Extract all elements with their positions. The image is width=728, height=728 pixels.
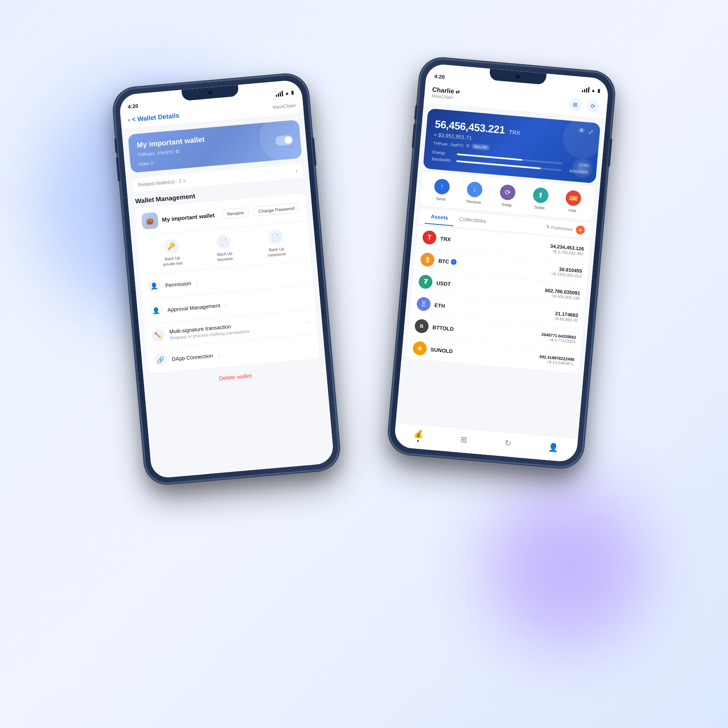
copy-icon[interactable]: ⧉	[176, 148, 180, 154]
volume-up-right[interactable]	[414, 105, 418, 120]
tab-assets[interactable]: Assets	[425, 209, 455, 226]
phone-right: 4:20 ▲ ▮ C	[387, 57, 616, 469]
hide-balance-icon[interactable]: 👁	[578, 127, 585, 135]
permission-icon: 👤	[147, 279, 161, 293]
non-hd-badge: Non-HD	[471, 143, 490, 150]
right-screen-content: Charlie ⇄ MainChain ⊞ ⟳ 👁 ⤢	[394, 81, 607, 463]
vote-icon: 🎫	[565, 190, 582, 206]
add-asset-button[interactable]: +	[576, 225, 585, 235]
dapp-label: DApp Connection	[171, 352, 213, 362]
nav-history[interactable]: ↻	[504, 438, 512, 448]
send-button[interactable]: ↑ Send	[433, 178, 451, 202]
wallet-toggle[interactable]	[275, 135, 294, 146]
stake-button[interactable]: ⬆ Stake	[531, 187, 549, 210]
backup-private-key[interactable]: 🔑 Back Upprivate key	[161, 238, 183, 267]
preference-sort-icon: ⇅	[546, 224, 550, 230]
addr-copy-icon[interactable]: ⧉	[466, 143, 470, 148]
energy-label: Energy	[432, 150, 455, 156]
rename-button[interactable]: Rename	[222, 207, 250, 220]
related-wallets-text: Related Wallet(s) : 2 >	[138, 178, 186, 188]
send-label: Send	[436, 196, 446, 201]
user-switch-icon[interactable]: ⇄	[455, 89, 460, 95]
back-button[interactable]: ‹ < Wallet Details	[128, 112, 180, 124]
volume-down-right[interactable]	[412, 124, 416, 148]
backup-mnemonic-icon: 📄	[268, 229, 284, 245]
sun-amounts: 692.418878222498 ≈$ 13.5483871	[539, 354, 575, 366]
battery-icon-left: ▮	[291, 90, 294, 96]
receive-label: Receive	[466, 199, 481, 205]
signal-bar-3	[279, 92, 281, 97]
sun-info: SUNOLD	[430, 346, 535, 362]
volume-up-button[interactable]	[114, 138, 118, 153]
trx-logo: T	[422, 230, 437, 245]
receive-button[interactable]: ↓ Receive	[466, 181, 483, 205]
wallet-switch-button[interactable]: ⟳	[586, 99, 600, 113]
right-phone-screen: 4:20 ▲ ▮ C	[394, 63, 609, 463]
approval-icon: 👤	[149, 304, 163, 318]
balance-address: THPwer...5wtfYC	[433, 141, 464, 148]
volume-down-button[interactable]	[116, 157, 121, 181]
eth-name: ETH	[434, 302, 551, 318]
btt-info: BTTOLD	[432, 324, 538, 339]
toggle-knob	[284, 136, 292, 144]
r-signal-bar-3	[586, 88, 588, 93]
wallet-card: My important wallet THPvaU...Fhn5YC ⧉ In…	[128, 120, 302, 173]
stake-icon: ⬆	[532, 187, 549, 203]
r-signal-bar-4	[588, 87, 590, 93]
status-time-right: 4:20	[434, 73, 445, 80]
nav-profile[interactable]: 👤	[548, 442, 559, 452]
wallet-name-text: My important wallet	[162, 212, 218, 223]
wifi-icon-right: ▲	[591, 87, 596, 93]
trx-logo-watermark: ◈	[571, 157, 593, 179]
balance-card: 👁 ⤢ 56,456,453.221 TRX ≈ $3,951,951.71 T…	[423, 108, 601, 184]
multisig-chevron: ›	[308, 319, 310, 325]
user-info: Charlie ⇄ MainChain	[432, 86, 460, 100]
left-phone-screen: 4:20 ▲ ▮ ‹ <	[119, 79, 334, 479]
scan-qr-button[interactable]: ⊞	[568, 97, 582, 112]
nav-layers-icon: ⊞	[460, 434, 468, 444]
camera-dot-right	[516, 74, 520, 79]
backup-private-key-icon: 🔑	[163, 238, 179, 254]
vote-button[interactable]: 🎫 Vote	[565, 190, 582, 213]
btc-verified-badge: ✓	[451, 259, 457, 265]
bandwidth-label: Bandwidth	[432, 157, 454, 163]
wallet-details-title: < Wallet Details	[131, 112, 179, 123]
expand-icon[interactable]: ⤢	[588, 128, 594, 136]
back-arrow-icon: ‹	[128, 116, 131, 123]
backup-mnemonic-label: Back Upmnemonic	[267, 246, 286, 258]
wallet-avatar: 👜	[141, 212, 159, 229]
send-icon: ↑	[434, 178, 450, 195]
sun-logo: ☀	[412, 341, 427, 356]
stake-label: Stake	[534, 205, 545, 210]
nav-layers[interactable]: ⊞	[460, 434, 468, 444]
nav-assets-icon: 💰	[413, 428, 424, 439]
status-icons-left: ▲ ▮	[275, 90, 294, 97]
tab-collectibles[interactable]: Collectibles	[453, 211, 492, 229]
power-button-left[interactable]	[311, 138, 316, 166]
wifi-icon-left: ▲	[284, 90, 290, 96]
nav-assets[interactable]: 💰	[413, 428, 424, 442]
signal-bar-4	[281, 91, 283, 96]
change-password-button[interactable]: Change Password	[253, 203, 301, 217]
asset-list: T TRX 34,234,453.126 ≈$ 2,760,842.982 ₿	[406, 226, 590, 373]
btc-amounts: 30.810455 ≈$ 1555,934.813	[551, 265, 582, 278]
usdt-info: USDT	[436, 280, 541, 295]
power-button-right[interactable]	[607, 138, 612, 167]
usdt-amounts: 602,786.035091 ≈$ 606,000.199	[544, 287, 580, 300]
btc-logo: ₿	[420, 252, 435, 267]
dapp-chevron: ›	[217, 351, 220, 358]
backup-keystore-icon: 📄	[216, 234, 231, 250]
signal-bar-2	[278, 93, 279, 97]
backup-keystore-label: Back Upkeystore	[217, 251, 233, 262]
camera-dot-left	[208, 91, 212, 95]
backup-mnemonic[interactable]: 📄 Back Upmnemonic	[265, 229, 286, 258]
trx-amounts: 34,234,453.126 ≈$ 2,760,842.982	[550, 243, 584, 256]
right-side-buttons-left	[412, 105, 418, 148]
balance-ticker: TRX	[509, 129, 521, 136]
swap-button[interactable]: ⟳ Swap	[499, 184, 516, 207]
r-signal-bar-2	[584, 89, 586, 92]
tab-actions: ⇅ Preference +	[546, 222, 585, 235]
preference-button[interactable]: ⇅ Preference	[546, 224, 573, 232]
phone-left: 4:20 ▲ ▮ ‹ <	[112, 73, 341, 485]
backup-keystore[interactable]: 📄 Back Upkeystore	[216, 234, 233, 262]
